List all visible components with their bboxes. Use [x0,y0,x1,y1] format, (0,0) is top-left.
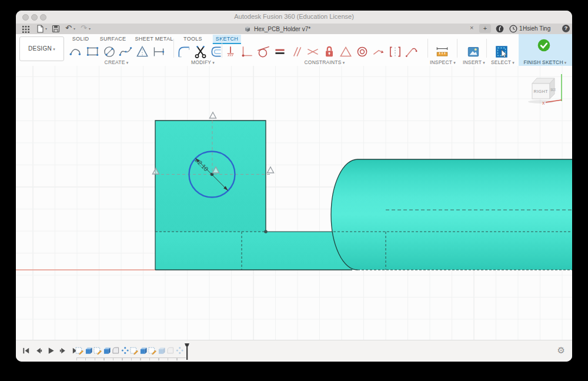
finish-sketch-check-icon[interactable] [536,38,552,53]
chevron-down-icon[interactable]: ▾ [45,26,47,31]
timeline-extrude-feature[interactable] [84,345,93,356]
tangent-constraint-icon[interactable] [256,44,271,59]
user-name[interactable]: Hsieh Ting [523,25,550,32]
inspect-group [435,44,450,59]
inspect-group-label[interactable]: INSPECT [430,59,456,65]
horizontal-vertical-constraint-icon[interactable] [223,44,238,59]
job-status-clock-icon[interactable] [509,25,517,33]
toolbar-divider [173,39,174,58]
measure-tool-icon[interactable] [435,44,450,59]
create-group-label[interactable]: CREATE [105,59,129,65]
timeline-playback-controls [22,346,80,355]
toolbar-divider [486,39,487,58]
concentric-constraint-icon[interactable] [355,44,370,59]
fusion360-window: Autodesk Fusion 360 (Education License) … [16,11,572,362]
chevron-down-icon[interactable]: ▾ [89,26,91,31]
timeline-fillet-feature-suppressed[interactable] [166,345,175,356]
notification-count: 1 [519,25,523,32]
insert-group [466,44,481,59]
constraints-group-label[interactable]: CONSTRAINTS [305,59,345,65]
timeline-position-marker[interactable] [184,343,190,360]
redo-icon[interactable]: ↷ [81,24,87,32]
select-tool-icon[interactable] [494,44,509,59]
timeline-extrude-feature[interactable] [102,345,112,356]
parallel-constraint-icon[interactable] [289,44,304,59]
midpoint-constraint-icon[interactable] [371,44,386,59]
close-tab-icon[interactable]: × [470,24,473,31]
timeline-bar: ⚙ [16,340,572,362]
curvature-constraint-icon[interactable] [404,44,419,59]
extensions-icon[interactable] [496,25,504,33]
create-group [69,44,166,59]
tab-surface[interactable]: SURFACE [97,35,129,43]
new-tab-button[interactable]: + [479,24,491,33]
timeline-pattern-feature-suppressed[interactable] [175,345,185,356]
equal-constraint-icon[interactable] [272,44,288,59]
tab-solid[interactable]: SOLID [69,35,92,43]
finish-sketch-label[interactable]: FINISH SKETCH [523,59,566,65]
model-canvas[interactable]: ⌀2.10 RIGHT BACK X [16,66,572,340]
cylinder-body[interactable] [331,159,572,270]
step-back-button[interactable] [34,346,43,355]
toolbar-divider [222,39,222,58]
constraints-group [223,44,419,59]
chevron-down-icon[interactable]: ▾ [74,26,75,31]
document-title: Hex_PCB_Holder v7* [254,26,310,32]
help-icon[interactable]: ? [562,25,570,32]
timeline-sketch-feature[interactable] [75,345,84,356]
timeline-pattern-feature[interactable] [121,345,130,356]
toolbar-divider [457,39,457,58]
symmetry-constraint-icon[interactable] [387,44,403,59]
step-forward-button[interactable] [59,346,68,355]
view-cube-front-label: RIGHT [534,89,549,93]
timeline-sketch-feature[interactable] [93,345,102,356]
document-cube-icon [244,25,251,32]
toolbar: DESIGN SOLID SURFACE SHEET METAL TOOLS S… [16,34,572,66]
play-button[interactable] [46,346,55,355]
timeline-sketch-feature[interactable] [148,345,157,356]
file-menu-icon[interactable] [35,24,45,34]
view-cube[interactable]: RIGHT BACK X [516,72,569,106]
circle-tool-icon[interactable] [102,44,117,59]
tab-sketch[interactable]: SKETCH [213,35,241,44]
collinear-constraint-icon[interactable] [305,44,320,59]
undo-icon[interactable]: ↶ [65,24,72,32]
insert-image-icon[interactable] [466,44,481,59]
timeline-settings-gear-icon[interactable]: ⚙ [557,345,565,356]
perpendicular-constraint-icon[interactable] [239,44,255,59]
tab-sheet-metal[interactable]: SHEET METAL [132,35,176,43]
timeline-extrude-feature[interactable] [139,345,148,356]
insert-group-label[interactable]: INSERT [463,59,485,65]
view-cube-side-label: BACK [551,88,556,92]
timeline-feature-strip [75,345,184,356]
select-group-label[interactable]: SELECT [491,59,514,65]
app-grid-icon[interactable] [21,24,31,34]
tab-tools[interactable]: TOOLS [181,35,205,43]
fix-lock-icon[interactable] [322,44,337,59]
modify-group [176,44,225,59]
trim-tool-icon[interactable] [193,44,208,59]
workspace-selector[interactable]: DESIGN [19,36,64,61]
square-boss-profile[interactable] [155,121,266,232]
fillet-tool-icon[interactable] [176,44,192,59]
modify-group-label[interactable]: MODIFY [191,59,215,65]
title-bar: Autodesk Fusion 360 (Education License) [16,11,572,24]
triangle-constraint-icon[interactable] [338,44,353,59]
timeline-ruler [76,357,186,360]
sketch-vertex-point[interactable] [264,230,268,233]
select-group [494,44,509,59]
polygon-tool-icon[interactable] [135,44,150,59]
timeline-fillet-feature[interactable] [111,345,121,356]
timeline-sketch-feature[interactable] [129,345,139,356]
document-tab[interactable]: Hex_PCB_Holder v7* [244,24,310,34]
spline-tool-icon[interactable] [118,44,133,59]
save-icon[interactable] [51,24,61,34]
quick-access-bar: ▾ ↶ ▾ ↷ ▾ Hex_PCB_Holder v7* × + 1 Hsieh… [16,24,572,35]
toolbar-divider [427,39,428,58]
go-to-start-button[interactable] [22,346,31,355]
slot-tool-icon[interactable] [151,44,166,59]
timeline-extrude-feature-suppressed[interactable] [157,345,166,356]
x-axis-label: X [542,101,545,105]
rectangle-tool-icon[interactable] [85,44,101,59]
line-tool-icon[interactable] [69,44,84,59]
